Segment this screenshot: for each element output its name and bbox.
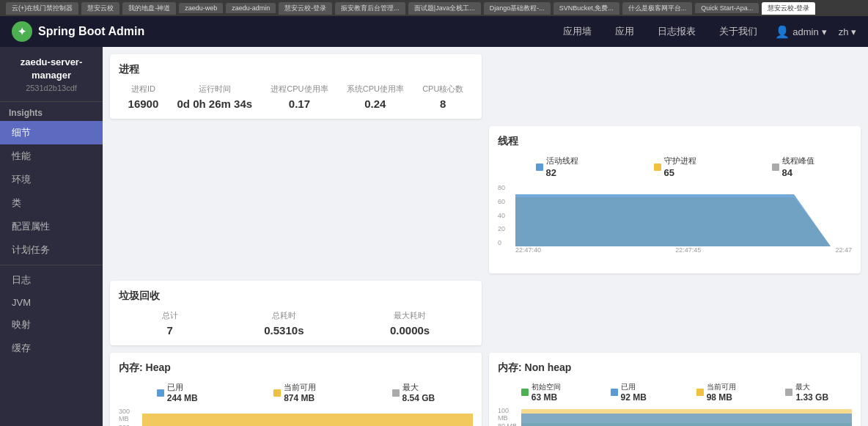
daemon-count: 65 [664, 167, 696, 178]
metric-gc-total: 总计 7 [162, 310, 178, 337]
heap-avail-value: 874 MB [284, 393, 316, 403]
nonheap-y-labels: 100 MB80 MB60 MB40 MB20 MB0 B [498, 407, 520, 426]
active-thread-label: 活动线程 [546, 155, 578, 166]
logo-icon: ✦ [12, 21, 32, 42]
browser-tab[interactable]: zaedu-web [179, 3, 223, 13]
metric-uptime-label: 运行时间 [177, 84, 253, 95]
legend-peak: 线程峰值 84 [772, 155, 814, 178]
thread-chart-area [515, 184, 852, 246]
heap-y-labels: 300 MB200 MB100 MB0 B [119, 408, 141, 426]
gc-time-label: 总耗时 [264, 310, 304, 321]
app-title: Spring Boot Admin [38, 25, 144, 38]
heap-max-legend: 最大 8.54 GB [392, 382, 435, 403]
sidebar-item-mapping[interactable]: 映射 [0, 313, 103, 337]
browser-tab[interactable]: 什么是极客网平台... [622, 2, 693, 15]
nav-item-log[interactable]: 日志报表 [652, 22, 702, 41]
metric-pid: 进程ID 16900 [128, 84, 159, 110]
browser-tab[interactable]: 慧安云校-登录 [279, 2, 332, 15]
metric-proc-cpu-label: 进程CPU使用率 [271, 84, 328, 95]
legend-active-thread: 活动线程 82 [536, 155, 578, 178]
heap-used-label: 已用 [167, 383, 183, 392]
username: admin [792, 26, 818, 37]
gc-card: 垃圾回收 总计 7 总耗时 0.5310s 最大耗时 0.0000s [110, 281, 482, 345]
gc-max-value: 0.0000s [390, 324, 430, 337]
daemon-dot [654, 164, 661, 171]
sidebar-item-perf[interactable]: 性能 [0, 144, 103, 168]
sidebar-item-log[interactable]: 日志 [0, 268, 103, 292]
metric-gc-max: 最大耗时 0.0000s [390, 310, 430, 337]
nonheap-used-legend: 已用 92 MB [611, 382, 647, 403]
nonheap-card: 内存: Non heap 初始空间 63 MB 已用 92 MB [489, 353, 861, 426]
browser-tab[interactable]: 云(+)在线门禁控制器 [6, 2, 78, 15]
heap-avail-label: 当前可用 [284, 383, 316, 392]
heap-avail-legend: 当前可用 874 MB [273, 382, 316, 403]
thread-card: 线程 活动线程 82 守护进程 65 [489, 126, 861, 273]
nav-item-wall[interactable]: 应用墙 [557, 22, 597, 41]
main-layout: zaedu-server-manager 2531d2b13cdf Insigh… [0, 47, 868, 426]
daemon-label: 守护进程 [664, 155, 696, 166]
sidebar-item-jvm[interactable]: JVM [0, 292, 103, 313]
server-id: 2531d2b13cdf [9, 84, 94, 92]
sidebar-item-env[interactable]: 环境 [0, 168, 103, 191]
browser-tab[interactable]: 振安教育后台管理... [335, 2, 405, 15]
sidebar-item-config[interactable]: 配置属性 [0, 215, 103, 238]
browser-tab[interactable]: SVNBucket,免费... [553, 2, 619, 15]
nonheap-init-label: 初始空间 [532, 383, 561, 391]
browser-tab-active[interactable]: 慧安云校-登录 [762, 2, 815, 15]
lang-dropdown-icon: ▾ [851, 26, 856, 37]
browser-tab[interactable]: Quick Start-Apa... [695, 3, 759, 13]
nonheap-avail-legend: 当前可用 98 MB [696, 382, 736, 403]
active-thread-count: 82 [546, 167, 578, 178]
sidebar-item-cache[interactable]: 缓存 [0, 337, 103, 360]
metric-proc-cpu: 进程CPU使用率 0.17 [271, 84, 328, 110]
content-area: refreshScope UP 进程 进程ID 16900 运行时间 0d 0h… [103, 47, 868, 426]
peak-count: 84 [782, 167, 814, 178]
insights-section-title: Insights [0, 102, 103, 121]
sidebar-item-detail[interactable]: 细节 [0, 121, 103, 144]
nonheap-svg [521, 407, 852, 426]
gc-metrics: 总计 7 总耗时 0.5310s 最大耗时 0.0000s [119, 310, 473, 337]
sidebar-item-tasks[interactable]: 计划任务 [0, 238, 103, 262]
user-menu[interactable]: 👤 admin ▾ [775, 25, 826, 39]
server-name: zaedu-server-manager [9, 56, 94, 82]
svg-marker-1 [515, 194, 831, 246]
nav-item-app[interactable]: 应用 [609, 22, 640, 41]
browser-tab[interactable]: Django基础教程-... [484, 2, 551, 15]
metric-cpu-cores: CPU核心数 8 [422, 84, 463, 110]
nonheap-used-label: 已用 [621, 383, 636, 391]
nonheap-init-legend: 初始空间 63 MB [521, 382, 561, 403]
header-nav: 应用墙 应用 日志报表 关于我们 👤 admin ▾ zh ▾ [557, 22, 856, 41]
sidebar-item-class[interactable]: 类 [0, 191, 103, 215]
thread-x-labels: 22:47:40 22:47:45 22:47 [515, 246, 852, 254]
peak-dot [772, 164, 779, 171]
gc-time-value: 0.5310s [264, 324, 304, 337]
nonheap-max-value: 1.33 GB [795, 392, 828, 403]
heap-max-value: 8.54 GB [402, 393, 435, 403]
browser-tab[interactable]: 慧安云校 [81, 2, 119, 15]
metric-pid-value: 16900 [128, 98, 159, 110]
server-info: zaedu-server-manager 2531d2b13cdf [0, 47, 103, 102]
gc-title: 垃圾回收 [119, 290, 473, 303]
heap-svg [142, 408, 473, 426]
heap-max-label: 最大 [402, 383, 419, 392]
thread-legend: 活动线程 82 守护进程 65 线程峰值 84 [498, 155, 852, 178]
heap-chart-area [142, 408, 473, 426]
browser-tab[interactable]: 我的地盘-神道 [122, 2, 176, 15]
metric-uptime-value: 0d 0h 26m 34s [177, 98, 253, 110]
sidebar: zaedu-server-manager 2531d2b13cdf Insigh… [0, 47, 103, 426]
nonheap-chart: 100 MB80 MB60 MB40 MB20 MB0 B 22:47:40 2… [498, 407, 852, 426]
nonheap-max-label: 最大 [795, 383, 810, 391]
nonheap-used-value: 92 MB [621, 392, 647, 403]
nonheap-init-value: 63 MB [532, 392, 561, 403]
nav-item-about[interactable]: 关于我们 [713, 22, 763, 41]
browser-tab[interactable]: 面试题|Java全栈工... [408, 2, 481, 15]
gc-total-label: 总计 [162, 310, 178, 321]
metric-gc-time: 总耗时 0.5310s [264, 310, 304, 337]
metric-sys-cpu: 系统CPU使用率 0.24 [347, 84, 404, 110]
language-selector[interactable]: zh ▾ [839, 26, 856, 37]
heap-used-value: 244 MB [167, 393, 198, 403]
svg-marker-6 [521, 414, 852, 426]
browser-tab[interactable]: zaedu-admin [226, 3, 276, 13]
thread-chart: 806040200 22:47:40 22:47:45 22:47 [498, 184, 852, 265]
heap-used-legend: 已用 244 MB [157, 382, 198, 403]
